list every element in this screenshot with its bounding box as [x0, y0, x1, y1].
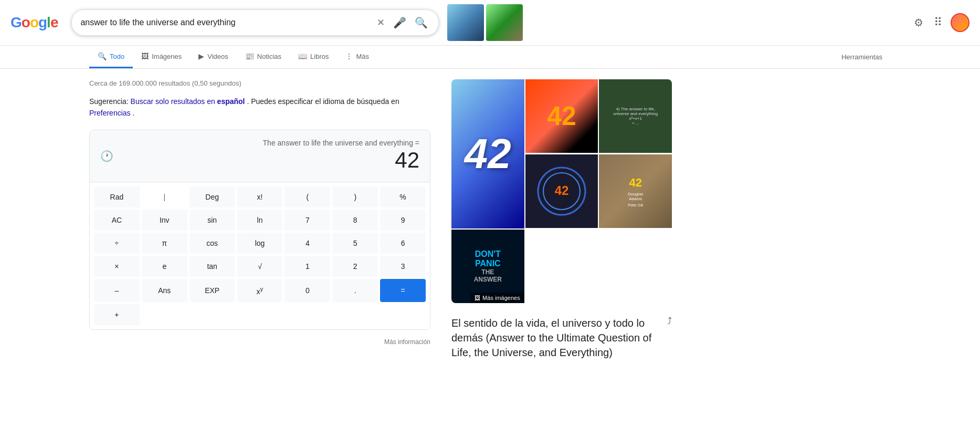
more-info[interactable]: Más información [89, 338, 430, 346]
noticias-icon: 📰 [245, 52, 254, 60]
calc-e[interactable]: e [142, 256, 187, 277]
calc-7[interactable]: 7 [284, 210, 330, 231]
imagenes-icon: 🖼 [141, 52, 149, 60]
calc-4[interactable]: 4 [284, 233, 330, 254]
calc-1[interactable]: 1 [284, 256, 330, 277]
calc-inv[interactable]: Inv [142, 210, 187, 231]
calc-0[interactable]: 0 [284, 279, 330, 302]
image-grid: 42 42 4) The answer to life,universe and… [451, 79, 672, 303]
suggestion: Sugerencia: Buscar solo resultados en es… [89, 96, 430, 119]
search-input[interactable] [80, 18, 375, 27]
preferences-link[interactable]: Preferencias [89, 109, 131, 117]
clear-button[interactable]: ✕ [375, 15, 387, 30]
header-thumb-1 [447, 4, 484, 41]
calc-ac[interactable]: AC [94, 210, 140, 231]
calc-result: 42 [119, 147, 419, 173]
calc-5[interactable]: 5 [332, 233, 378, 254]
suggestion-link[interactable]: Buscar solo resultados en español [131, 97, 245, 106]
img-circle-content: 42 [525, 154, 598, 228]
calc-rad[interactable]: Rad [94, 186, 140, 207]
image-42-blue[interactable]: 42 [451, 79, 524, 228]
calc-open-paren[interactable]: ( [284, 186, 330, 207]
tab-mas-label: Más [356, 53, 369, 60]
header-images [447, 4, 523, 41]
calc-cos[interactable]: cos [189, 233, 235, 254]
tools-button[interactable]: Herramientas [833, 47, 891, 67]
history-icon[interactable]: 🕐 [100, 150, 113, 162]
nav-tabs: 🔍 Todo 🖼 Imágenes ▶ Videos 📰 Noticias 📖 … [0, 46, 980, 69]
suggestion-end: . [132, 109, 134, 117]
tab-noticias-label: Noticias [257, 53, 281, 60]
avatar[interactable] [951, 13, 970, 32]
calc-multiply[interactable]: × [94, 256, 140, 277]
calc-add[interactable]: + [94, 304, 140, 325]
calc-8[interactable]: 8 [332, 210, 378, 231]
videos-icon: ▶ [198, 52, 204, 60]
tab-mas[interactable]: ⋮ Más [337, 46, 377, 68]
circle-svg: 42 [535, 165, 588, 217]
mas-icon: ⋮ [345, 52, 353, 60]
suggestion-rest: . Puedes especificar el idioma de búsque… [247, 97, 399, 106]
calc-close-paren[interactable]: ) [332, 186, 378, 207]
mic-button[interactable]: 🎤 [391, 14, 408, 31]
share-button[interactable]: ⤴ [667, 316, 672, 327]
calc-ans[interactable]: Ans [142, 279, 187, 302]
libros-icon: 📖 [298, 52, 307, 60]
tab-libros[interactable]: 📖 Libros [290, 46, 337, 68]
tab-videos[interactable]: ▶ Videos [190, 46, 237, 68]
calc-exp[interactable]: EXP [189, 279, 235, 302]
calc-divide[interactable]: ÷ [94, 233, 140, 254]
results-count: Cerca de 169.000.000 resultados (0,50 se… [89, 79, 430, 87]
calc-separator: | [142, 186, 187, 207]
calc-log[interactable]: log [237, 233, 283, 254]
calc-sqrt[interactable]: √ [237, 256, 283, 277]
calc-2[interactable]: 2 [332, 256, 378, 277]
calc-3[interactable]: 3 [380, 256, 426, 277]
header-right: ⚙ ⠿ [912, 13, 970, 32]
calc-dot[interactable]: . [332, 279, 378, 302]
image-icon: 🖼 [475, 295, 480, 301]
tab-libros-label: Libros [310, 53, 329, 60]
calc-deg[interactable]: Deg [189, 186, 235, 207]
calc-expr-text: The answer to life the universe and ever… [119, 139, 419, 147]
suggestion-bold: español [217, 97, 245, 106]
calc-sin[interactable]: sin [189, 210, 235, 231]
settings-button[interactable]: ⚙ [912, 14, 925, 31]
calc-expression: The answer to life the universe and ever… [113, 139, 419, 173]
search-bar: ✕ 🎤 🔍 [71, 9, 439, 36]
calc-power[interactable]: xy [237, 279, 283, 302]
image-chalkboard[interactable]: 4) The answer to life,universe and every… [599, 79, 672, 153]
thumb-green-img [486, 4, 523, 41]
calc-percent[interactable]: % [380, 186, 426, 207]
more-images-label: Más imágenes [482, 295, 520, 301]
search-button[interactable]: 🔍 [413, 14, 430, 31]
more-images-button[interactable]: 🖼 Más imágenes [470, 293, 524, 303]
suggestion-text: Sugerencia: [89, 97, 131, 106]
calc-pi[interactable]: π [142, 233, 187, 254]
todo-icon: 🔍 [98, 52, 107, 60]
main-content: Cerca de 169.000.000 resultados (0,50 se… [0, 69, 980, 379]
apps-button[interactable]: ⠿ [932, 14, 944, 32]
calc-6[interactable]: 6 [380, 233, 426, 254]
calc-equals[interactable]: = [380, 279, 426, 302]
tab-todo[interactable]: 🔍 Todo [89, 46, 133, 68]
svg-text:42: 42 [555, 183, 569, 198]
image-circle-42[interactable]: 42 [525, 154, 598, 228]
image-42-fire[interactable]: 42 [525, 79, 598, 153]
tab-noticias[interactable]: 📰 Noticias [237, 46, 290, 68]
calc-9[interactable]: 9 [380, 210, 426, 231]
calc-display: 🕐 The answer to life the universe and ev… [90, 130, 430, 182]
tab-imagenes[interactable]: 🖼 Imágenes [133, 46, 190, 68]
google-logo: Google [10, 14, 58, 31]
calc-subtract[interactable]: – [94, 279, 140, 302]
tab-todo-label: Todo [110, 53, 124, 60]
knowledge-card: ⤴ El sentido de la vida, el universo y t… [451, 311, 672, 368]
thumb-blue-img [447, 4, 484, 41]
calc-tan[interactable]: tan [189, 256, 235, 277]
calc-factorial[interactable]: x! [237, 186, 283, 207]
image-dont-panic[interactable]: DON'T PANIC THE ANSWER 🖼 Más imágenes [451, 230, 524, 303]
knowledge-title: El sentido de la vida, el universo y tod… [451, 316, 672, 360]
calc-ln[interactable]: ln [237, 210, 283, 231]
image-book[interactable]: 42 DouglasAdams Peter Gill [599, 154, 672, 228]
left-column: Cerca de 169.000.000 resultados (0,50 se… [89, 79, 430, 368]
